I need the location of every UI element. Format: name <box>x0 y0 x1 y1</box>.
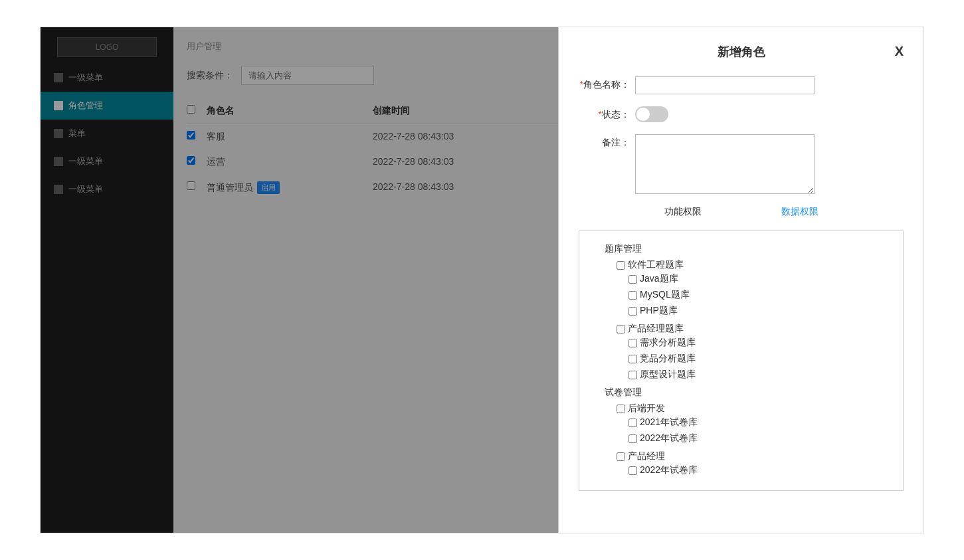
tree-item-label: MySQL题库 <box>640 289 690 301</box>
dialog-title: 新增角色 <box>718 45 765 58</box>
tree-checkbox[interactable] <box>628 419 637 427</box>
tree-checkbox[interactable] <box>628 291 637 300</box>
tree-item-label: 2022年试卷库 <box>640 464 698 476</box>
tree-item-label: 2021年试卷库 <box>640 417 698 428</box>
tree-checkbox[interactable] <box>617 452 625 461</box>
tree-item-label: 需求分析题库 <box>640 337 696 349</box>
tree-checkbox[interactable] <box>628 307 637 316</box>
tree-item[interactable]: 2022年试卷库 <box>628 432 890 444</box>
tree-checkbox[interactable] <box>628 275 637 284</box>
toggle-knob <box>636 108 650 121</box>
tree-item[interactable]: 2021年试卷库 <box>628 417 890 428</box>
tree-category: 题库管理 <box>605 241 890 257</box>
tree-item-label: Java题库 <box>640 273 678 285</box>
permission-tabs: 功能权限 数据权限 <box>579 206 904 221</box>
tree-checkbox[interactable] <box>628 466 637 475</box>
tree-item[interactable]: PHP题库 <box>628 305 890 317</box>
status-toggle[interactable] <box>635 106 668 122</box>
tree-item[interactable]: 软件工程题库 <box>617 259 890 271</box>
tree-item-label: 后端开发 <box>628 403 665 415</box>
tree-checkbox[interactable] <box>617 405 625 413</box>
tree-item[interactable]: MySQL题库 <box>628 289 890 301</box>
tree-checkbox[interactable] <box>617 325 625 333</box>
tab-data-permission[interactable]: 数据权限 <box>781 206 819 221</box>
tree-item[interactable]: 竞品分析题库 <box>628 353 890 365</box>
status-label: *状态： <box>579 106 635 121</box>
tree-checkbox[interactable] <box>628 339 637 347</box>
tree-item[interactable]: 需求分析题库 <box>628 337 890 349</box>
tree-checkbox[interactable] <box>628 355 637 363</box>
remark-textarea[interactable] <box>635 134 815 194</box>
tree-category: 试卷管理 <box>605 385 890 401</box>
tree-item[interactable]: Java题库 <box>628 273 890 285</box>
close-icon[interactable]: X <box>895 44 904 59</box>
role-name-input[interactable] <box>635 76 815 94</box>
tab-function-permission[interactable]: 功能权限 <box>664 206 702 221</box>
tree-item-label: 产品经理题库 <box>628 323 684 335</box>
tree-item[interactable]: 原型设计题库 <box>628 369 890 381</box>
permission-tree: 题库管理软件工程题库Java题库MySQL题库PHP题库产品经理题库需求分析题库… <box>579 231 904 491</box>
tree-item[interactable]: 2022年试卷库 <box>628 464 890 476</box>
tree-item-label: 产品经理 <box>628 450 665 462</box>
tree-item-label: 原型设计题库 <box>640 369 696 381</box>
tree-item[interactable]: 后端开发 <box>617 403 890 415</box>
tree-item-label: 软件工程题库 <box>628 259 684 271</box>
remark-label: 备注： <box>579 134 635 149</box>
tree-item-label: PHP题库 <box>640 305 678 317</box>
tree-item[interactable]: 产品经理题库 <box>617 323 890 335</box>
tree-item-label: 竞品分析题库 <box>640 353 696 365</box>
tree-checkbox[interactable] <box>617 261 625 270</box>
tree-item[interactable]: 产品经理 <box>617 450 890 462</box>
tree-checkbox[interactable] <box>628 434 637 443</box>
role-name-label: *角色名称： <box>579 76 635 91</box>
add-role-dialog: 新增角色 X *角色名称： *状态： 备注： 功能权限 数据权限 题库管理软件工… <box>558 27 923 533</box>
tree-item-label: 2022年试卷库 <box>640 432 698 444</box>
tree-checkbox[interactable] <box>628 371 637 379</box>
